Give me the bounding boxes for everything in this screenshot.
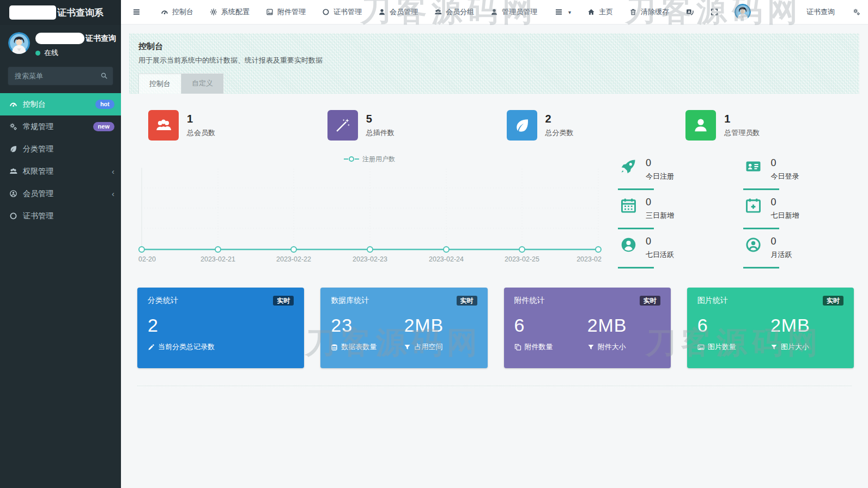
card-category-stats[interactable]: 分类统计 实时 2 当前分类总记录数 xyxy=(137,288,304,368)
card-attachment-stats[interactable]: 附件统计 实时 6 2MB 附件数量 附件大小 xyxy=(504,288,671,368)
cogs-icon xyxy=(9,123,23,131)
tab-list-dropdown-button[interactable]: ▾ xyxy=(547,0,579,25)
sidebar-item-general[interactable]: 常规管理 new xyxy=(0,115,121,138)
user-circle-outline-icon xyxy=(743,236,764,255)
settings-button[interactable] xyxy=(843,0,868,25)
card-metric-label: 数据表数量 xyxy=(331,342,404,352)
nav-tab-members[interactable]: 会员管理 xyxy=(370,0,426,25)
card-metric-label: 图片数量 xyxy=(697,342,770,352)
stat-value: 1 xyxy=(187,113,215,124)
clear-cache-button[interactable]: 清除缓存 xyxy=(621,0,677,25)
app-logo[interactable]: 证书查询系 xyxy=(0,0,121,25)
chevron-left-icon: ‹ xyxy=(112,167,114,175)
id-card-icon xyxy=(743,158,764,176)
user-avatar[interactable] xyxy=(8,32,30,54)
sidebar-item-members[interactable]: 会员管理 ‹ xyxy=(0,182,121,205)
section-divider xyxy=(137,386,852,386)
rocket-icon xyxy=(618,158,639,176)
card-metric-label: 附件大小 xyxy=(587,342,660,352)
registered-users-chart[interactable]: 注册用户数 xyxy=(137,155,602,276)
sidebar-item-category[interactable]: 分类管理 xyxy=(0,138,121,160)
quick-stat-3day-new: 0 三日新增 xyxy=(618,197,729,229)
user-icon xyxy=(685,110,716,141)
nav-tab-dashboard[interactable]: 控制台 xyxy=(153,0,202,25)
user-info: 证书查询 在线 xyxy=(35,32,116,58)
filter-icon xyxy=(587,344,594,351)
summary-cards: 分类统计 实时 2 当前分类总记录数 数据库统计 实时 23 2MB 数据表数量… xyxy=(137,288,854,368)
magic-wand-icon xyxy=(327,110,358,141)
search-input[interactable] xyxy=(8,66,113,86)
search-icon[interactable] xyxy=(100,72,108,80)
leaf-icon xyxy=(9,145,23,153)
tab-dashboard[interactable]: 控制台 xyxy=(138,74,181,94)
card-metric-label: 当前分类总记录数 xyxy=(148,342,294,352)
legend-marker-icon xyxy=(344,156,359,162)
filter-icon xyxy=(404,344,411,351)
site-name-link[interactable]: 证书查询 xyxy=(798,0,843,25)
pencil-icon xyxy=(148,344,155,351)
username-redaction-box xyxy=(35,33,84,44)
leaf-icon xyxy=(507,110,537,141)
dashboard-icon xyxy=(9,100,23,108)
language-button[interactable] xyxy=(677,0,702,25)
stat-value: 1 xyxy=(724,113,760,124)
menu-search xyxy=(8,66,113,86)
caret-down-icon: ▾ xyxy=(568,9,571,15)
navbar-avatar[interactable] xyxy=(726,0,759,25)
dashboard-page: 证书查询系 证书查询 在线 控制台 hot xyxy=(0,0,868,488)
card-image-stats[interactable]: 图片统计 实时 6 2MB 图片数量 图片大小 xyxy=(687,288,854,368)
realtime-badge: 实时 xyxy=(273,296,294,306)
stat-total-plugins: 5 总插件数 xyxy=(317,110,496,141)
svg-text:02-20: 02-20 xyxy=(138,255,156,263)
user-circle-icon xyxy=(618,236,639,255)
realtime-badge: 实时 xyxy=(823,296,843,306)
users-icon xyxy=(9,167,23,175)
top-navbar: 控制台 系统配置 附件管理 证书管理 会员管理 会员分组 管理员管理 ▾ 主页 … xyxy=(121,0,868,25)
calendar-icon xyxy=(618,197,639,216)
image-icon xyxy=(697,344,705,351)
logo-redaction-box xyxy=(9,5,56,20)
svg-text:2023-02-22: 2023-02-22 xyxy=(276,255,311,263)
nav-tab-system-config[interactable]: 系统配置 xyxy=(202,0,258,25)
svg-text:2023-02-23: 2023-02-23 xyxy=(353,255,387,263)
nav-tab-certificates[interactable]: 证书管理 xyxy=(314,0,370,25)
stat-label: 总会员数 xyxy=(187,128,215,138)
realtime-badge: 实时 xyxy=(457,296,477,306)
users-icon xyxy=(148,110,179,141)
sidebar-toggle-button[interactable] xyxy=(121,0,153,25)
page-gap xyxy=(121,25,868,33)
nav-tab-member-groups[interactable]: 会员分组 xyxy=(426,0,482,25)
stat-total-members: 1 总会员数 xyxy=(137,110,317,141)
card-metric-label: 附件数量 xyxy=(514,342,587,352)
copy-icon xyxy=(514,344,521,351)
page-subtitle: 用于展示当前系统中的统计数据、统计报表及重要实时数据 xyxy=(138,56,850,65)
chart-legend[interactable]: 注册用户数 xyxy=(137,155,602,163)
card-database-stats[interactable]: 数据库统计 实时 23 2MB 数据表数量 占用空间 xyxy=(320,288,487,368)
sidebar-item-permissions[interactable]: 权限管理 ‹ xyxy=(0,160,121,182)
hot-badge: hot xyxy=(95,100,114,109)
sidebar-item-dashboard[interactable]: 控制台 hot xyxy=(0,93,121,115)
stat-total-admins: 1 总管理员数 xyxy=(675,110,854,141)
legend-label: 注册用户数 xyxy=(362,155,395,164)
line-chart[interactable]: 02-20 2023-02-21 2023-02-22 2023-02-23 2… xyxy=(137,163,602,266)
sidebar-item-certificates[interactable]: 证书管理 xyxy=(0,205,121,227)
card-metric-label: 占用空间 xyxy=(404,342,477,352)
quick-stats-grid: 0 今日注册 0 今日登录 0 三日新增 xyxy=(618,155,854,276)
nav-tab-admins[interactable]: 管理员管理 xyxy=(482,0,545,25)
page-header: 控制台 用于展示当前系统中的统计数据、统计报表及重要实时数据 控制台 自定义 xyxy=(129,33,859,94)
sidebar: 证书查询系 证书查询 在线 控制台 hot xyxy=(0,0,121,488)
database-icon xyxy=(331,344,338,351)
navbar-right: ▾ 主页 清除缓存 证书查询 xyxy=(547,0,868,25)
card-title: 图片统计 xyxy=(697,296,728,306)
nav-tab-attachments[interactable]: 附件管理 xyxy=(258,0,314,25)
stat-label: 总插件数 xyxy=(366,128,394,138)
stat-label: 总管理员数 xyxy=(724,128,760,138)
quick-stat-today-registered: 0 今日注册 xyxy=(618,158,729,190)
stat-total-categories: 2 总分类数 xyxy=(496,110,675,141)
svg-text:2023-02-25: 2023-02-25 xyxy=(505,255,539,263)
home-button[interactable]: 主页 xyxy=(579,0,621,25)
fullscreen-button[interactable] xyxy=(702,0,726,25)
tab-custom[interactable]: 自定义 xyxy=(181,74,223,94)
svg-text:2023-02: 2023-02 xyxy=(576,255,602,263)
card-metric-label: 图片大小 xyxy=(770,342,843,352)
